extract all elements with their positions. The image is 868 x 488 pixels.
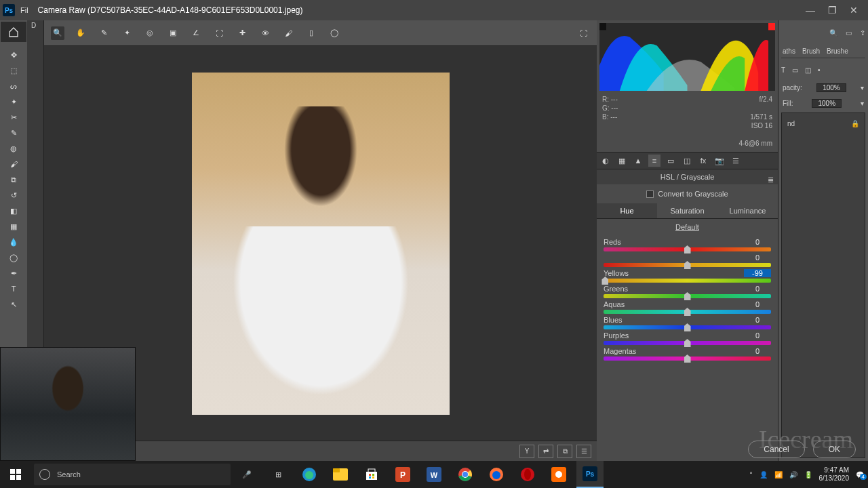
panel-menu-icon[interactable]: ≣ (768, 172, 774, 187)
effects-tab-icon[interactable]: fx (697, 155, 709, 167)
gradient-tool[interactable]: ▦ (5, 219, 22, 234)
rect-option-icon[interactable]: ▭ (792, 66, 798, 74)
volume-icon[interactable]: 🔊 (789, 471, 797, 479)
pin-option-icon[interactable]: • (818, 66, 821, 74)
opacity-menu-icon[interactable]: ▾ (861, 84, 864, 92)
note-option-icon[interactable]: ◫ (805, 66, 811, 74)
opera-icon[interactable] (514, 461, 541, 488)
white-balance-tool-icon[interactable]: ✎ (97, 26, 111, 40)
cancel-button[interactable]: Cancel (748, 441, 804, 458)
network-icon[interactable]: 📶 (774, 471, 783, 479)
hsl-tab-icon[interactable]: ≡ (648, 155, 660, 167)
app-orange-icon[interactable] (545, 461, 572, 488)
slider-purples[interactable]: Purples0 (604, 331, 771, 345)
start-button[interactable] (0, 461, 31, 488)
share-icon[interactable]: ⇪ (860, 29, 865, 37)
tab-saturation[interactable]: Saturation (657, 203, 717, 218)
slider-oranges[interactable]: 0 (604, 253, 771, 267)
minimize-button[interactable]: — (804, 5, 816, 16)
ok-button[interactable]: OK (813, 441, 856, 458)
calibration-tab-icon[interactable]: 📷 (713, 155, 726, 167)
chrome-icon[interactable] (452, 461, 479, 488)
layers-panel[interactable]: nd 🔒 (781, 113, 865, 458)
eyedropper-tool[interactable]: ✎ (5, 125, 22, 140)
clone-tool[interactable]: ⧉ (5, 172, 22, 187)
eraser-tool[interactable]: ◧ (5, 203, 22, 218)
tab-brush[interactable]: Brush (802, 47, 820, 55)
edge-icon[interactable] (296, 461, 323, 488)
grayscale-checkbox[interactable] (646, 190, 654, 198)
preview-preferences-icon[interactable]: ☰ (576, 445, 591, 458)
blur-tool[interactable]: 💧 (5, 235, 22, 249)
adjustment-brush-icon[interactable]: 🖌 (281, 26, 295, 40)
target-adjust-icon[interactable]: ◎ (143, 26, 157, 40)
workspace-icon[interactable]: ▭ (846, 29, 852, 37)
crop-icon[interactable]: ▣ (166, 26, 180, 40)
slider-magentas[interactable]: Magentas0 (604, 347, 771, 361)
slider-yellows[interactable]: Yellows-99 (604, 269, 771, 283)
lock-icon[interactable]: 🔒 (851, 120, 859, 127)
straighten-icon[interactable]: ∠ (189, 26, 203, 40)
type-option-icon[interactable]: T (781, 66, 785, 74)
copy-settings-icon[interactable]: ⧉ (557, 445, 572, 458)
battery-icon[interactable]: 🔋 (804, 471, 812, 479)
move-tool[interactable]: ✥ (5, 47, 22, 62)
split-tone-tab-icon[interactable]: ▭ (665, 155, 677, 167)
graduated-filter-icon[interactable]: ▯ (304, 26, 318, 40)
slider-blues[interactable]: Blues0 (604, 316, 771, 329)
wand-tool[interactable]: ✦ (5, 94, 22, 109)
photoshop-taskbar-icon[interactable]: Ps (576, 461, 604, 488)
tab-paths[interactable]: aths (783, 47, 795, 55)
word-icon[interactable]: W (420, 461, 448, 488)
type-tool[interactable]: T (5, 281, 22, 296)
crop-tool[interactable]: ✂ (5, 110, 22, 125)
before-after-toggle[interactable]: Y (519, 445, 534, 458)
home-button[interactable] (1, 22, 26, 42)
restore-button[interactable]: ❐ (826, 5, 838, 16)
hand-tool-icon[interactable]: ✋ (74, 26, 87, 40)
toggle-fullscreen-icon[interactable]: ⛶ (576, 26, 590, 40)
fill-menu-icon[interactable]: ▾ (861, 100, 864, 107)
default-link[interactable]: Default (597, 219, 778, 235)
marquee-tool[interactable]: ⬚ (5, 63, 22, 78)
file-menu[interactable]: Fil (20, 6, 28, 14)
mic-icon[interactable]: 🎤 (233, 470, 260, 479)
lasso-tool[interactable]: ᔕ (5, 79, 22, 94)
color-sampler-icon[interactable]: ✦ (120, 26, 134, 40)
people-icon[interactable]: 👤 (760, 471, 768, 479)
detail-tab-icon[interactable]: ▲ (632, 155, 644, 167)
opacity-input[interactable] (816, 83, 846, 92)
task-view-icon[interactable]: ⊞ (264, 461, 292, 488)
zoom-tool-icon[interactable]: 🔍 (51, 26, 64, 40)
history-brush-tool[interactable]: ↺ (5, 188, 22, 203)
swap-before-after-icon[interactable]: ⇄ (538, 445, 553, 458)
slider-greens[interactable]: Greens0 (604, 285, 771, 298)
curve-tab-icon[interactable]: ▦ (616, 155, 628, 167)
firefox-icon[interactable] (483, 461, 510, 488)
presets-tab-icon[interactable]: ☰ (730, 155, 742, 167)
pen-tool[interactable]: ✒ (5, 266, 22, 281)
slider-aquas[interactable]: Aquas0 (604, 300, 771, 314)
tray-expand-icon[interactable]: ˄ (749, 471, 753, 479)
basic-tab-icon[interactable]: ◐ (599, 155, 612, 167)
tab-hue[interactable]: Hue (597, 203, 657, 218)
store-icon[interactable] (358, 461, 385, 488)
search-icon[interactable]: 🔍 (829, 29, 837, 37)
powerpoint-icon[interactable]: P (389, 461, 416, 488)
histogram[interactable] (599, 23, 775, 91)
close-button[interactable]: ✕ (848, 5, 860, 16)
explorer-icon[interactable] (327, 461, 354, 488)
heal-tool[interactable]: ◍ (5, 141, 22, 156)
dodge-tool[interactable]: ◯ (5, 250, 22, 265)
redeye-icon[interactable]: 👁 (258, 26, 272, 40)
action-center-icon[interactable]: 💬4 (856, 471, 864, 479)
lens-tab-icon[interactable]: ◫ (681, 155, 693, 167)
transform-icon[interactable]: ⛶ (212, 26, 226, 40)
taskbar-clock[interactable]: 9:47 AM 6/13/2020 (819, 466, 850, 483)
spot-removal-icon[interactable]: ✚ (235, 26, 249, 40)
tab-luminance[interactable]: Luminance (717, 203, 778, 218)
tab-brushes[interactable]: Brushe (827, 47, 848, 55)
brush-tool[interactable]: 🖌 (5, 157, 22, 171)
path-tool[interactable]: ↖ (5, 297, 22, 312)
slider-reds[interactable]: Reds0 (604, 238, 771, 251)
